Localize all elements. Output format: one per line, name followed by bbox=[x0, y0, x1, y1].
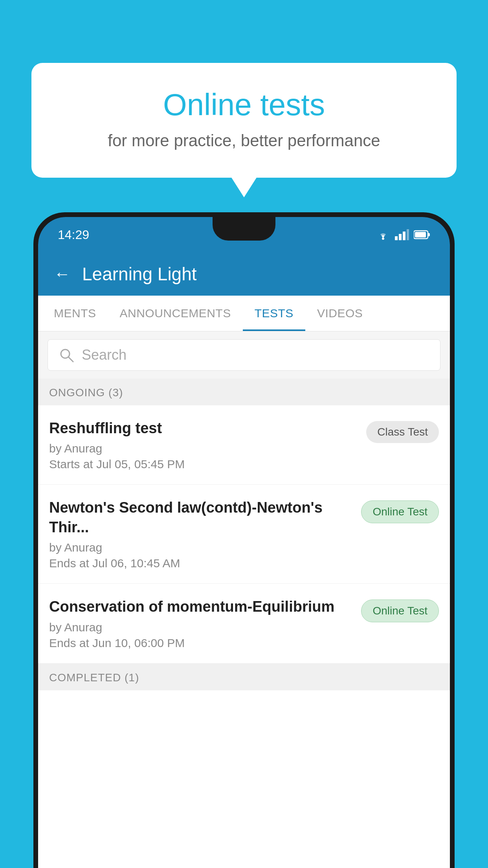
app-header: ← Learning Light bbox=[38, 252, 450, 296]
ongoing-section-title: ONGOING (3) bbox=[49, 386, 123, 399]
search-bar[interactable]: Search bbox=[48, 339, 440, 371]
test-name-2: Newton's Second law(contd)-Newton's Thir… bbox=[49, 498, 353, 537]
wifi-icon bbox=[376, 229, 390, 240]
tab-announcements[interactable]: ANNOUNCEMENTS bbox=[108, 296, 243, 331]
test-time-2: Ends at Jul 06, 10:45 AM bbox=[49, 557, 353, 570]
svg-rect-4 bbox=[407, 229, 409, 240]
test-time-1: Starts at Jul 05, 05:45 PM bbox=[49, 458, 358, 471]
search-icon bbox=[59, 348, 74, 362]
bubble-title: Online tests bbox=[63, 86, 425, 123]
test-item-2[interactable]: Newton's Second law(contd)-Newton's Thir… bbox=[38, 485, 450, 584]
tabs-bar: MENTS ANNOUNCEMENTS TESTS VIDEOS bbox=[38, 296, 450, 331]
ongoing-section-header: ONGOING (3) bbox=[38, 379, 450, 405]
svg-line-9 bbox=[68, 357, 73, 362]
svg-rect-1 bbox=[395, 236, 398, 240]
tab-tests[interactable]: TESTS bbox=[243, 296, 305, 331]
bubble-subtitle: for more practice, better performance bbox=[63, 131, 425, 150]
tab-ments[interactable]: MENTS bbox=[42, 296, 108, 331]
svg-rect-3 bbox=[403, 232, 405, 240]
test-name-3: Conservation of momentum-Equilibrium bbox=[49, 597, 353, 616]
notch bbox=[213, 217, 275, 241]
test-item-1[interactable]: Reshuffling test by Anurag Starts at Jul… bbox=[38, 405, 450, 485]
test-author-2: by Anurag bbox=[49, 541, 353, 554]
speech-bubble: Online tests for more practice, better p… bbox=[31, 63, 457, 178]
svg-rect-2 bbox=[399, 234, 402, 240]
completed-section-header: COMPLETED (1) bbox=[38, 664, 450, 690]
test-time-3: Ends at Jun 10, 06:00 PM bbox=[49, 636, 353, 650]
speech-bubble-container: Online tests for more practice, better p… bbox=[31, 63, 457, 178]
phone-inner: 14:29 bbox=[38, 217, 450, 868]
phone-frame: 14:29 bbox=[33, 212, 455, 868]
test-info-3: Conservation of momentum-Equilibrium by … bbox=[49, 597, 361, 649]
signal-icon bbox=[395, 229, 409, 240]
screen-content: ← Learning Light MENTS ANNOUNCEMENTS TES… bbox=[38, 252, 450, 868]
svg-rect-7 bbox=[415, 232, 426, 237]
test-badge-3: Online Test bbox=[361, 600, 439, 622]
search-placeholder: Search bbox=[82, 347, 127, 363]
test-badge-1: Class Test bbox=[366, 421, 439, 443]
tab-videos[interactable]: VIDEOS bbox=[305, 296, 374, 331]
svg-rect-6 bbox=[428, 233, 430, 236]
test-item-3[interactable]: Conservation of momentum-Equilibrium by … bbox=[38, 584, 450, 663]
battery-icon bbox=[414, 230, 430, 239]
back-button[interactable]: ← bbox=[54, 266, 70, 282]
search-container: Search bbox=[38, 331, 450, 379]
test-badge-2: Online Test bbox=[361, 500, 439, 523]
status-icons bbox=[376, 229, 430, 240]
app-title: Learning Light bbox=[82, 263, 197, 285]
test-author-1: by Anurag bbox=[49, 442, 358, 455]
svg-point-0 bbox=[382, 237, 384, 240]
completed-section-title: COMPLETED (1) bbox=[49, 671, 139, 684]
test-author-3: by Anurag bbox=[49, 621, 353, 634]
test-info-1: Reshuffling test by Anurag Starts at Jul… bbox=[49, 419, 366, 471]
test-name-1: Reshuffling test bbox=[49, 419, 358, 438]
test-info-2: Newton's Second law(contd)-Newton's Thir… bbox=[49, 498, 361, 570]
